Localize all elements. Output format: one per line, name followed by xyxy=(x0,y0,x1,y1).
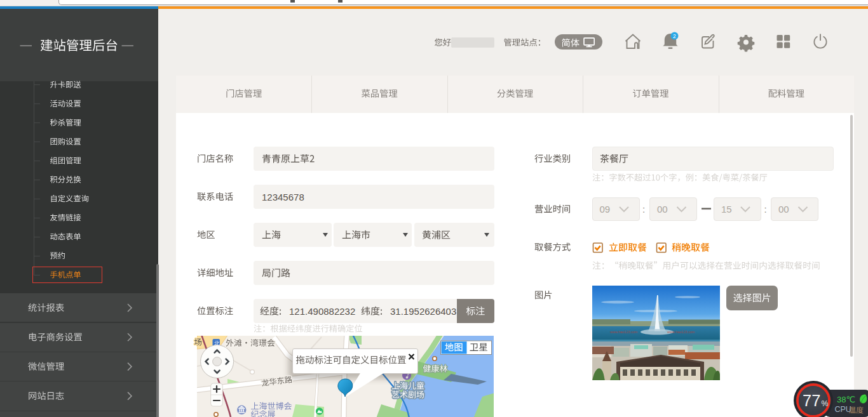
svg-text:77: 77 xyxy=(803,392,820,409)
svg-text:www.hao123.com: www.hao123.com xyxy=(667,330,695,334)
svg-text:2: 2 xyxy=(673,33,676,39)
svg-text:%: % xyxy=(822,399,829,408)
svg-text:CPU: CPU xyxy=(835,405,851,414)
svg-text:www.hao123.com: www.hao123.com xyxy=(609,330,638,334)
svg-text:38℃: 38℃ xyxy=(837,395,855,404)
